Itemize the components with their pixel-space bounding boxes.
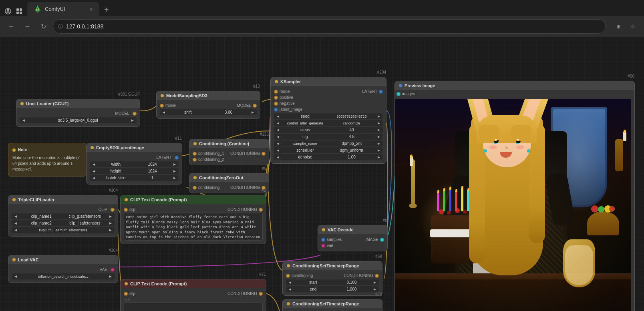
steps-stepper[interactable]: ◄ steps 40 ► — [274, 127, 383, 133]
vae-prev[interactable]: ◄ — [12, 273, 20, 279]
node-dot — [125, 198, 128, 201]
model-in-port[interactable] — [160, 104, 164, 108]
sched-prev[interactable]: ◄ — [274, 147, 282, 153]
profile-icon[interactable] — [3, 6, 13, 16]
vae-in-port[interactable] — [321, 244, 325, 248]
clip1-prev[interactable]: ◄ — [12, 213, 20, 219]
unet-next-btn[interactable]: ► — [129, 117, 137, 123]
width-prev-btn[interactable]: ◄ — [90, 161, 98, 167]
unet-prev-btn[interactable]: ◄ — [20, 117, 28, 123]
clip-in-port[interactable] — [124, 208, 128, 212]
start-prev[interactable]: ◄ — [286, 279, 294, 285]
clip2-stepper[interactable]: ◄ clip_name2 clip_l.safetensors ► — [12, 220, 115, 226]
images-in-port[interactable] — [396, 92, 400, 96]
latent-in-port[interactable] — [274, 108, 278, 112]
cond-out-port[interactable] — [259, 292, 263, 296]
ctrl-next[interactable]: ► — [375, 120, 383, 126]
clip3-next[interactable]: ► — [107, 227, 115, 233]
clip2-next[interactable]: ► — [107, 220, 115, 226]
cond-out-port[interactable] — [262, 152, 266, 156]
end-prev[interactable]: ◄ — [286, 286, 294, 292]
cond2-port[interactable] — [193, 158, 197, 162]
sampler-next[interactable]: ► — [375, 140, 383, 146]
vae-out-port[interactable] — [111, 268, 115, 272]
cond2-label: conditioning_2 — [198, 157, 224, 162]
denoise-next[interactable]: ► — [375, 154, 383, 160]
steps-prev[interactable]: ◄ — [274, 127, 282, 133]
cond1-port[interactable] — [193, 152, 197, 156]
width-next-btn[interactable]: ► — [171, 161, 179, 167]
clip-negative-prompt[interactable] — [124, 302, 263, 311]
samples-port[interactable] — [321, 238, 325, 242]
sampler-stepper[interactable]: ◄ sampler_name dpmpp_2m ► — [274, 140, 383, 146]
address-bar[interactable]: ⓘ 127.0.0.1:8188 — [53, 19, 606, 34]
cond-in-port[interactable] — [286, 274, 290, 278]
seed-stepper[interactable]: ◄ seed 800378156346713 ► — [274, 113, 383, 119]
sampler-prev[interactable]: ◄ — [274, 140, 282, 146]
cond-out-port[interactable] — [259, 208, 263, 212]
height-stepper[interactable]: ◄ height 1024 ► — [90, 168, 179, 174]
scheduler-stepper[interactable]: ◄ scheduler sgm_uniform ► — [274, 147, 383, 153]
denoise-stepper[interactable]: ◄ denoise 1.00 ► — [274, 154, 383, 160]
new-tab-button[interactable]: + — [103, 4, 111, 16]
hair-side-left — [469, 123, 485, 263]
clip2-prev[interactable]: ◄ — [12, 220, 20, 226]
cfg-stepper[interactable]: ◄ cfg 4.5 ► — [274, 134, 383, 140]
height-next-btn[interactable]: ► — [171, 168, 179, 174]
nav-reload-button[interactable]: ↻ — [37, 20, 50, 33]
end-next[interactable]: ► — [371, 286, 379, 292]
clip1-next[interactable]: ► — [107, 213, 115, 219]
cond-out-port[interactable] — [375, 274, 379, 278]
ctrl-prev[interactable]: ◄ — [274, 120, 282, 126]
clip-out-port[interactable] — [111, 208, 115, 212]
canvas-area[interactable]: #301 GGUF Unet Loader (GGUF) MODEL ◄ sd3… — [0, 37, 644, 311]
latent-out-port[interactable] — [175, 156, 179, 160]
end-stepper[interactable]: ◄ end 1.000 ► — [286, 286, 379, 292]
vae-next[interactable]: ► — [107, 273, 115, 279]
nav-forward-button[interactable]: → — [21, 20, 34, 33]
denoise-prev[interactable]: ◄ — [274, 154, 282, 160]
seed-next[interactable]: ► — [375, 113, 383, 119]
vae-name-stepper[interactable]: ◄ diffusion_pytorch_model.safe... ► — [12, 273, 115, 279]
clip-in-port[interactable] — [124, 292, 128, 296]
image-port[interactable] — [380, 238, 384, 242]
start-next[interactable]: ► — [371, 279, 379, 285]
clip3-stepper[interactable]: ◄ t5xxl_fp8_e4m3fn.safetensors ► — [12, 227, 115, 233]
unet-name-stepper[interactable]: ◄ sd3.5_large-q4_0.gguf ► — [20, 117, 137, 123]
clip1-stepper[interactable]: ◄ clip_name1 clip_g.safetensors ► — [12, 213, 115, 219]
pos-port[interactable] — [274, 96, 278, 100]
shift-stepper[interactable]: ◄ shift 3.00 ► — [160, 109, 257, 115]
batch-prev-btn[interactable]: ◄ — [90, 175, 98, 181]
cond2-row: conditioning_2 — [193, 157, 266, 163]
tab-close-button[interactable]: × — [90, 6, 93, 12]
clip-positive-prompt[interactable]: cute anime girl with massive fluffy fenn… — [124, 213, 263, 241]
width-stepper[interactable]: ◄ width 1024 ► — [90, 161, 179, 167]
seed-prev[interactable]: ◄ — [274, 113, 282, 119]
grid-icon[interactable] — [14, 6, 24, 16]
cfg-next[interactable]: ► — [375, 134, 383, 140]
control-stepper[interactable]: ◄ control_after_generate randomize ► — [274, 120, 383, 126]
nav-back-button[interactable]: ← — [5, 20, 18, 33]
neg-port[interactable] — [274, 102, 278, 106]
start-stepper[interactable]: ◄ start 0.100 ► — [286, 279, 379, 285]
bookmark-button[interactable]: ☆ — [626, 20, 639, 33]
model-in-port[interactable] — [274, 90, 278, 94]
steps-next[interactable]: ► — [375, 127, 383, 133]
model-output-port[interactable] — [133, 112, 137, 116]
batch-stepper[interactable]: ◄ batch_size 1 ► — [90, 175, 179, 181]
cfg-prev[interactable]: ◄ — [274, 134, 282, 140]
extensions-button[interactable]: ⊕ — [612, 20, 625, 33]
shift-prev-btn[interactable]: ◄ — [160, 109, 168, 115]
clip3-prev[interactable]: ◄ — [12, 227, 20, 233]
active-tab[interactable]: 🎄 ComfyUI × — [27, 2, 99, 16]
end-row: ◄ end 1.000 ► — [286, 286, 379, 292]
model-out-port[interactable] — [253, 104, 257, 108]
height-prev-btn[interactable]: ◄ — [90, 168, 98, 174]
cond-in-port[interactable] — [193, 186, 197, 190]
batch-next-btn[interactable]: ► — [171, 175, 179, 181]
latent-port[interactable] — [379, 90, 383, 94]
control-row: ◄ control_after_generate randomize ► — [274, 120, 383, 126]
shift-next-btn[interactable]: ► — [249, 109, 257, 115]
node-id: #67 — [262, 166, 269, 171]
sched-next[interactable]: ► — [375, 147, 383, 153]
